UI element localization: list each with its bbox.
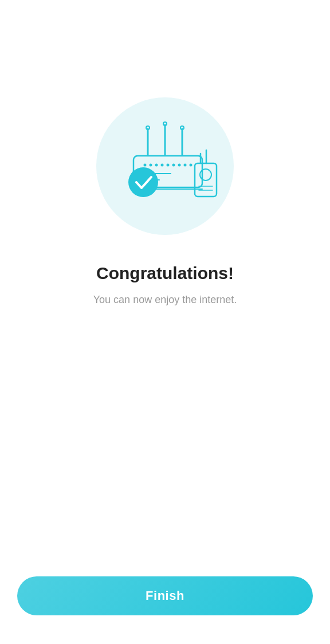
router-illustration [108, 120, 222, 212]
congratulations-title: Congratulations! [96, 264, 234, 283]
finish-button[interactable]: Finish [17, 576, 313, 615]
svg-point-25 [128, 167, 158, 197]
svg-point-8 [150, 164, 152, 167]
svg-point-12 [172, 164, 175, 167]
svg-point-9 [155, 164, 158, 167]
finish-button-container: Finish [17, 576, 313, 615]
svg-point-3 [146, 126, 150, 129]
svg-point-14 [184, 164, 187, 167]
svg-point-13 [178, 164, 181, 167]
subtitle-text: You can now enjoy the internet. [93, 292, 237, 308]
svg-point-5 [180, 126, 184, 129]
svg-point-15 [190, 164, 192, 167]
svg-point-4 [163, 122, 167, 125]
svg-point-7 [144, 164, 147, 167]
svg-point-11 [167, 164, 170, 167]
illustration-circle [96, 97, 234, 235]
content-area: Congratulations! You can now enjoy the i… [0, 0, 330, 308]
svg-point-10 [161, 164, 164, 167]
